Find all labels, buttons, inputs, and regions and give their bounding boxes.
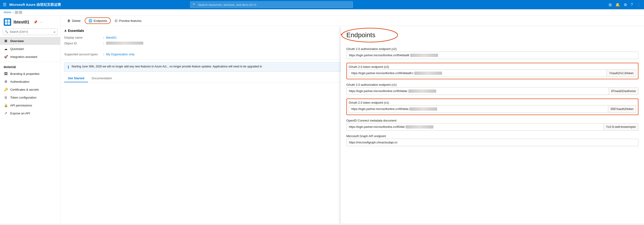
sidebar-item-label: Quickstart — [10, 47, 24, 51]
integration-icon: 🚀 — [4, 55, 8, 59]
essentials-title: Essentials — [68, 29, 84, 32]
app-title: Microsoft Azure 由世纪互联运营 — [9, 2, 61, 7]
endpoint-url-text-0: https://login.partner.microsoftonline.cn… — [347, 54, 638, 57]
endpoints-title: Endpoints — [346, 31, 376, 39]
sidebar-collapse-btn[interactable]: « — [54, 30, 55, 34]
endpoint-url-0[interactable]: https://login.partner.microsoftonline.cn… — [346, 52, 638, 59]
endpoint-url-end-3: 3587/oauth2/token — [608, 106, 636, 112]
sidebar-item-label: Overview — [10, 39, 24, 43]
sidebar-item-label: Token configuration — [10, 96, 36, 99]
help-icon[interactable]: ? — [631, 2, 633, 7]
endpoint-url-4[interactable]: https://login.partner.microsoftonline.cn… — [346, 123, 638, 131]
sidebar-search-icon: 🔍 — [5, 30, 8, 33]
info-icon: ℹ — [68, 65, 69, 69]
expose-api-icon: ↗ — [4, 111, 8, 115]
endpoint-url-1[interactable]: https://login.partner.microsoftonline.cn… — [349, 69, 636, 77]
svg-line-2 — [340, 29, 342, 35]
toolbar: 🗑 Delete 🌐 Endpoints ⊡ Preview features — [60, 15, 644, 26]
notification-icon[interactable]: 🔔 — [616, 2, 620, 7]
sidebar-item-token[interactable]: ||| Token configuration — [0, 93, 60, 101]
endpoint-url-text-3: https://login.partner.microsoftonline.cn… — [349, 107, 608, 111]
top-nav: ☰ Microsoft Azure 由世纪互联运营 🔍 Search resou… — [0, 0, 644, 9]
sidebar-app-name: lbtest01 — [14, 20, 29, 25]
endpoints-icon: 🌐 — [88, 19, 92, 22]
endpoints-button[interactable]: 🌐 Endpoints — [85, 17, 111, 24]
breadcrumb: Home › — [0, 9, 644, 15]
sidebar-item-api-permissions[interactable]: 🔒 API permissions — [0, 101, 60, 109]
sidebar-item-label: Certificates & secrets — [10, 88, 39, 91]
tab-get-started[interactable]: Get Started — [64, 75, 88, 82]
object-id-val — [106, 42, 143, 45]
endpoint-label-1: OAuth 2.0 token endpoint (v2) — [349, 65, 636, 69]
branding-icon: 🖼 — [4, 72, 8, 76]
search-placeholder: Search resources, services, and docs (G+… — [198, 3, 256, 6]
endpoint-label-3: OAuth 2.0 token endpoint (v1) — [349, 101, 636, 104]
hamburger-menu-icon[interactable]: ☰ — [3, 2, 6, 7]
sidebar-item-integration[interactable]: 🚀 Integration assistant — [0, 53, 60, 61]
endpoint-url-2[interactable]: https://login.partner.microsoftonline.cn… — [346, 87, 638, 95]
global-search-bar[interactable]: 🔍 Search resources, services, and docs (… — [190, 1, 353, 8]
sidebar: lbtest01 📌 ··· 🔍 Search (Ctrl+/) « ⊞ Ove… — [0, 15, 60, 224]
sidebar-item-label: Branding & properties — [10, 72, 40, 76]
endpoint-url-end-4: 7/v2.0/.well-known/open — [603, 123, 638, 130]
delete-icon: 🗑 — [67, 19, 70, 22]
endpoint-url-text-4: https://login.partner.microsoftonline.cn… — [347, 125, 603, 129]
supported-account-val: My Organization only — [106, 52, 134, 56]
pin-icon[interactable]: 📌 — [34, 20, 38, 24]
app-icon — [4, 18, 11, 26]
endpoint-item-2: OAuth 2.0 authorization endpoint (v1) ht… — [346, 83, 638, 95]
sidebar-search-placeholder: Search (Ctrl+/) — [10, 30, 28, 33]
endpoint-label-4: OpenID Connect metadata document — [346, 119, 638, 122]
sidebar-item-certificates[interactable]: 🔑 Certificates & secrets — [0, 86, 60, 93]
sidebar-title-actions: 📌 ··· — [34, 20, 42, 24]
breadcrumb-separator: › — [12, 11, 14, 14]
endpoint-item-3: OAuth 2.0 token endpoint (v1) https://lo… — [346, 99, 638, 115]
top-nav-icons: ⊞ 🔔 ⚙ ? 👤 — [609, 2, 641, 7]
display-name-label: Display name — [64, 36, 102, 39]
preview-features-button[interactable]: ⊡ Preview features — [112, 17, 144, 24]
display-name-row: Display name : lbtest01 — [64, 35, 350, 40]
sidebar-item-authentication[interactable]: ⚙ Authentication — [0, 78, 60, 86]
account-icon[interactable]: 👤 — [636, 2, 641, 7]
more-options-icon[interactable]: ··· — [39, 20, 42, 24]
portal-menu-icon[interactable]: ⊞ — [609, 2, 612, 7]
endpoint-url-text-1: https://login.partner.microsoftonline.cn… — [349, 72, 606, 75]
settings-icon[interactable]: ⚙ — [624, 2, 627, 7]
authentication-icon: ⚙ — [4, 79, 8, 84]
sidebar-item-label: API permissions — [10, 104, 32, 107]
manage-section-label: Manage — [0, 63, 60, 70]
quickstart-icon: ☁ — [4, 47, 8, 51]
supported-account-label: Supported account types — [64, 52, 102, 56]
breadcrumb-app-icon — [15, 11, 22, 14]
sidebar-header: lbtest01 📌 ··· — [0, 15, 60, 28]
sidebar-item-label: Expose an API — [10, 112, 30, 115]
token-icon: ||| — [4, 95, 8, 99]
sidebar-search[interactable]: 🔍 Search (Ctrl+/) « — [3, 28, 58, 35]
overview-icon: ⊞ — [4, 39, 8, 43]
sidebar-item-branding[interactable]: 🖼 Branding & properties — [0, 70, 60, 78]
endpoint-item-0: OAuth 2.0 authorization endpoint (v2) ht… — [346, 47, 638, 59]
info-banner-text: Starting June 30th, 2020 we will no long… — [72, 65, 262, 69]
delete-button[interactable]: 🗑 Delete — [64, 17, 84, 24]
sidebar-item-quickstart[interactable]: ☁ Quickstart — [0, 45, 60, 53]
endpoint-url-5[interactable]: https://microsoftgraph.chinacloudapi.cn — [346, 139, 638, 146]
tab-documentation[interactable]: Documentation — [88, 75, 116, 82]
object-id-label: Object ID — [64, 42, 102, 50]
endpoint-label-2: OAuth 2.0 authorization endpoint (v1) — [346, 83, 638, 86]
preview-icon: ⊡ — [115, 19, 118, 22]
endpoint-url-end-1: 7/oauth2/v2.0/token — [606, 70, 636, 77]
endpoint-item-5: Microsoft Graph API endpoint https://mic… — [346, 134, 638, 146]
sidebar-item-label: Integration assistant — [10, 55, 37, 59]
svg-line-1 — [340, 34, 342, 35]
endpoints-panel: Endpoints OAuth 2.0 authorization endpoi… — [340, 27, 644, 224]
sidebar-item-expose-api[interactable]: ↗ Expose an API — [0, 109, 60, 117]
endpoint-item-4: OpenID Connect metadata document https:/… — [346, 119, 638, 131]
sidebar-item-overview[interactable]: ⊞ Overview — [0, 37, 60, 45]
endpoint-url-text-5: https://microsoftgraph.chinacloudapi.cn — [347, 141, 638, 144]
breadcrumb-home[interactable]: Home — [4, 11, 11, 14]
endpoint-url-3[interactable]: https://login.partner.microsoftonline.cn… — [349, 105, 636, 113]
main-layout: lbtest01 📌 ··· 🔍 Search (Ctrl+/) « ⊞ Ove… — [0, 15, 644, 224]
display-name-val[interactable]: lbtest01 — [106, 36, 117, 39]
endpoint-url-end-2: 87/oauth2/authorize — [609, 88, 638, 95]
content-area: 🗑 Delete 🌐 Endpoints ⊡ Preview features … — [60, 15, 644, 224]
